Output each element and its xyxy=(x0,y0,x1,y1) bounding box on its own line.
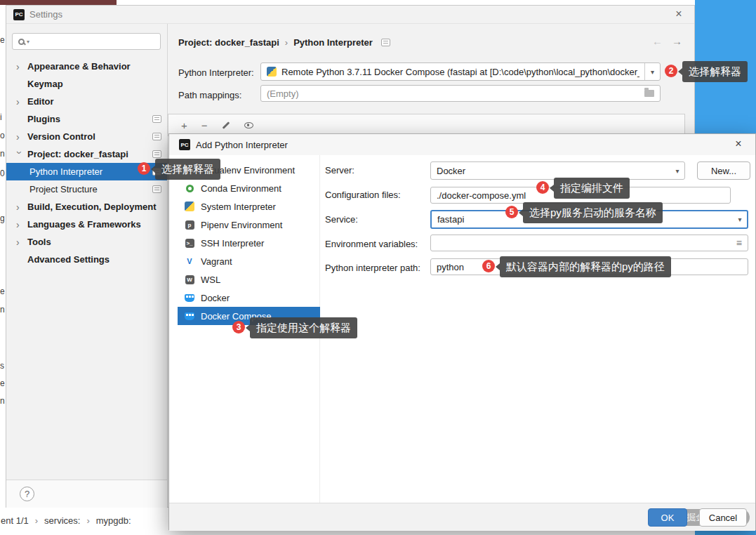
dialog-titlebar: PC Add Python Interpreter xyxy=(169,134,755,155)
dialog-close-icon[interactable]: × xyxy=(731,138,745,150)
settings-page-icon xyxy=(152,185,161,193)
sidebar-item-project-structure[interactable]: Project Structure xyxy=(6,180,167,198)
settings-titlebar: PC Settings × xyxy=(6,6,694,24)
list-item-pipenv[interactable]: p Pipenv Environment xyxy=(169,216,320,234)
environment-variables-field[interactable]: ≡ xyxy=(430,235,748,251)
ssh-terminal-icon: >_ xyxy=(185,239,194,248)
sidebar-divider xyxy=(167,24,168,507)
chevron-down-icon: ▾ xyxy=(27,39,29,45)
show-all-eye-icon[interactable] xyxy=(244,122,253,128)
dropdown-arrow-icon[interactable]: ▾ xyxy=(670,167,684,175)
annotation-badge-2: 2 xyxy=(665,65,677,77)
breadcrumb-separator: › xyxy=(35,515,38,526)
services-crumb-item[interactable]: ent 1/1 xyxy=(1,515,29,526)
background-tab-strip xyxy=(0,0,117,5)
python-icon xyxy=(267,67,277,77)
settings-page-icon xyxy=(152,115,161,123)
settings-search-input[interactable]: ▾ xyxy=(12,33,161,50)
services-breadcrumb: ent 1/1 › services: › mypgdb: xyxy=(1,513,131,527)
sidebar-item-editor[interactable]: › Editor xyxy=(6,93,167,110)
list-item-docker[interactable]: Docker xyxy=(169,289,320,307)
conda-icon xyxy=(186,185,194,192)
back-arrow-icon[interactable]: ← xyxy=(652,35,663,47)
settings-footer: ? xyxy=(6,480,167,508)
interpreter-path-value: python xyxy=(437,262,464,272)
edit-icon[interactable] xyxy=(222,121,230,129)
sidebar-item-advanced-settings[interactable]: › Advanced Settings xyxy=(6,251,167,268)
list-item-conda[interactable]: Conda Environment xyxy=(169,179,320,197)
services-crumb-item[interactable]: services: xyxy=(44,515,80,526)
bg-char: e xyxy=(0,35,5,45)
server-value: Docker xyxy=(437,166,665,176)
chevron-right-icon[interactable]: › xyxy=(16,239,23,246)
dialog-title: Add Python Interpreter xyxy=(196,140,288,150)
sidebar-item-appearance-behavior[interactable]: › Appearance & Behavior xyxy=(6,58,167,75)
chevron-right-icon[interactable]: › xyxy=(16,133,23,140)
chevron-right-icon[interactable]: › xyxy=(16,63,23,70)
dropdown-arrow-icon[interactable]: ▾ xyxy=(733,216,747,223)
chevron-right-icon[interactable]: › xyxy=(16,98,23,105)
annotation-tooltip-2: 选择解释器 xyxy=(682,61,748,82)
annotation-badge-3: 3 xyxy=(232,321,245,333)
service-label: Service: xyxy=(325,214,358,225)
annotation-tooltip-3: 指定使用这个解释器 xyxy=(250,317,357,338)
annotation-badge-5: 5 xyxy=(505,206,518,218)
vagrant-icon: V xyxy=(185,256,194,266)
sidebar-item-tools[interactable]: › Tools xyxy=(6,233,167,251)
folder-browse-icon[interactable] xyxy=(644,90,654,97)
interpreter-label: Python Interpreter: xyxy=(178,67,254,78)
dropdown-arrow-icon[interactable]: ▾ xyxy=(644,63,660,80)
sidebar-item-project-docker-fastapi[interactable]: › Project: docker_fastapi xyxy=(6,145,167,163)
bg-char: g xyxy=(0,213,5,223)
pycharm-logo-icon: PC xyxy=(179,139,190,150)
python-icon xyxy=(185,202,194,211)
list-item-vagrant[interactable]: V Vagrant xyxy=(169,252,320,270)
sidebar-item-build-execution-deployment[interactable]: › Build, Execution, Deployment xyxy=(6,198,167,216)
annotation-badge-6: 6 xyxy=(482,260,495,272)
help-button[interactable]: ? xyxy=(20,487,34,501)
add-icon[interactable]: + xyxy=(181,119,187,131)
sidebar-item-keymap[interactable]: › Keymap xyxy=(6,75,167,93)
environment-variables-label: Environment variables: xyxy=(325,239,418,249)
dialog-footer: @稀土掘金技术社区 OK Cancel xyxy=(169,503,755,531)
docker-whale-icon xyxy=(185,294,194,302)
path-mappings-value: (Empty) xyxy=(267,88,299,99)
screen: e i o n 0 g e n s e n ent 1/1 › services… xyxy=(0,0,756,535)
new-server-button[interactable]: New... xyxy=(697,161,750,180)
bg-char: s xyxy=(0,361,4,371)
list-item-ssh-interpreter[interactable]: >_ SSH Interpreter xyxy=(169,234,320,252)
settings-page-icon xyxy=(152,133,161,140)
cancel-button[interactable]: Cancel xyxy=(699,508,747,527)
forward-arrow-icon[interactable]: → xyxy=(672,35,682,47)
interpreter-path-label: Python interpreter path: xyxy=(325,263,420,273)
chevron-right-icon[interactable]: › xyxy=(16,221,23,228)
window-title: Settings xyxy=(29,9,62,20)
path-mappings-field[interactable]: (Empty) xyxy=(260,85,661,102)
sidebar-item-plugins[interactable]: › Plugins xyxy=(6,110,167,128)
ok-button[interactable]: OK xyxy=(648,508,687,527)
breadcrumb: Project: docker_fastapi › Python Interpr… xyxy=(178,35,390,49)
settings-page-icon xyxy=(152,150,161,158)
breadcrumb-project[interactable]: Project: docker_fastapi xyxy=(178,37,279,48)
interpreter-combobox[interactable]: Remote Python 3.7.11 Docker Compose (fas… xyxy=(260,62,661,81)
close-icon[interactable]: × xyxy=(672,8,686,20)
annotation-tooltip-4: 指定编排文件 xyxy=(554,178,630,199)
annotation-tooltip-5: 选择py服务启动的服务名称 xyxy=(523,202,663,223)
sidebar-item-languages-frameworks[interactable]: › Languages & Frameworks xyxy=(6,216,167,233)
annotation-badge-1: 1 xyxy=(138,162,150,175)
env-list-icon[interactable]: ≡ xyxy=(736,237,742,249)
wsl-icon: W xyxy=(185,275,194,284)
list-item-wsl[interactable]: W WSL xyxy=(169,270,320,289)
bg-char: n xyxy=(0,396,5,406)
breadcrumb-separator: › xyxy=(285,37,288,48)
list-item-system-interpreter[interactable]: System Interpreter xyxy=(169,197,320,216)
remove-icon[interactable]: − xyxy=(201,119,208,131)
chevron-right-icon[interactable]: › xyxy=(16,204,23,211)
annotation-badge-4: 4 xyxy=(536,181,549,194)
chevron-down-icon[interactable]: › xyxy=(16,151,23,158)
breadcrumb-page[interactable]: Python Interpreter xyxy=(293,37,373,48)
bg-char: e xyxy=(0,286,5,296)
services-crumb-item[interactable]: mypgdb: xyxy=(96,515,131,526)
bg-char: n xyxy=(0,149,5,159)
sidebar-item-version-control[interactable]: › Version Control xyxy=(6,128,167,145)
